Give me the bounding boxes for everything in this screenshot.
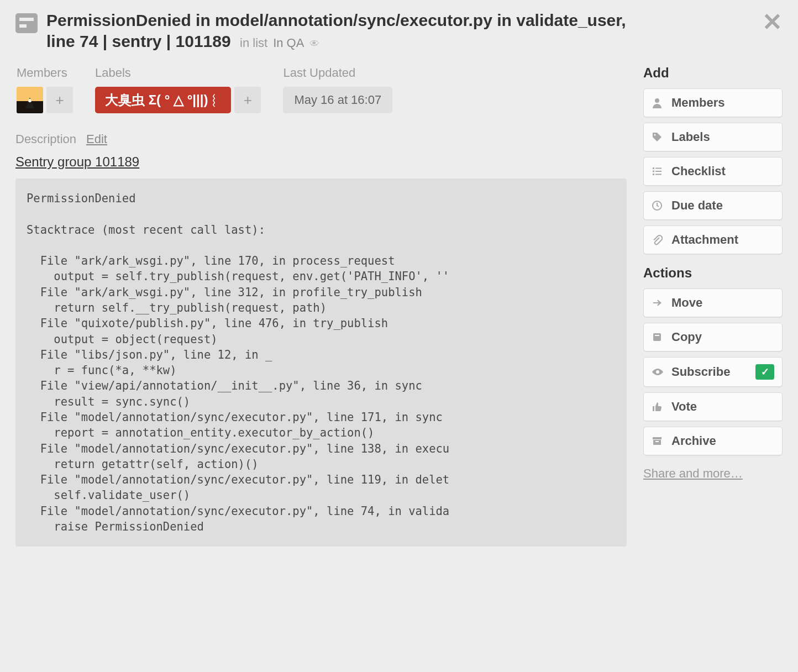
card-icon: [15, 13, 38, 33]
action-label: Subscribe: [671, 365, 730, 379]
action-label: Members: [671, 96, 725, 110]
copy-icon: [652, 332, 664, 343]
action-copy-button[interactable]: Copy: [643, 323, 783, 351]
user-icon: [652, 97, 664, 108]
svg-rect-2: [653, 167, 654, 169]
clock-icon: [652, 200, 664, 211]
add-labels-button[interactable]: Labels: [643, 123, 783, 151]
clip-icon: [652, 234, 664, 245]
add-attachment-button[interactable]: Attachment: [643, 225, 783, 254]
close-button[interactable]: ✕: [762, 10, 783, 34]
svg-rect-4: [653, 171, 654, 172]
svg-rect-14: [655, 441, 659, 442]
action-label: Attachment: [671, 233, 738, 247]
label-chip[interactable]: 大臭虫 Σ( ° △ °|||)︴: [95, 87, 231, 113]
sentry-group-link[interactable]: Sentry group 101189: [15, 154, 139, 170]
last-updated-value: May 16 at 16:07: [283, 87, 392, 113]
add-members-button[interactable]: Members: [643, 88, 783, 117]
list-link[interactable]: In QA: [273, 35, 304, 51]
members-heading: Members: [17, 66, 73, 80]
svg-point-0: [655, 98, 659, 103]
svg-rect-7: [655, 174, 662, 175]
svg-point-1: [654, 134, 656, 136]
action-label: Move: [671, 296, 702, 310]
card-title[interactable]: PermissionDenied in model/annotation/syn…: [46, 11, 626, 50]
description-heading: Description: [15, 132, 76, 146]
action-subscribe-button[interactable]: Subscribe✓: [643, 357, 783, 387]
tag-icon: [652, 132, 664, 143]
action-label: Vote: [671, 400, 697, 414]
action-label: Copy: [671, 330, 702, 344]
action-vote-button[interactable]: Vote: [643, 392, 783, 421]
thumb-icon: [652, 401, 664, 412]
svg-rect-9: [653, 333, 661, 341]
archive-icon: [652, 435, 664, 447]
labels-heading: Labels: [95, 66, 261, 80]
action-archive-button[interactable]: Archive: [643, 427, 783, 455]
action-label: Due date: [671, 198, 723, 213]
add-due-date-button[interactable]: Due date: [643, 191, 783, 220]
svg-rect-10: [655, 335, 659, 336]
svg-rect-5: [655, 171, 662, 172]
share-more-link[interactable]: Share and more…: [643, 466, 743, 481]
action-label: Checklist: [671, 164, 726, 179]
watching-eye-icon: [309, 35, 319, 51]
add-heading: Add: [643, 65, 783, 81]
action-move-button[interactable]: Move: [643, 288, 783, 317]
member-avatar[interactable]: [17, 87, 43, 113]
add-label-button[interactable]: +: [234, 87, 261, 113]
svg-rect-12: [653, 437, 662, 439]
svg-rect-6: [653, 174, 654, 175]
eye-icon: [652, 366, 664, 377]
actions-heading: Actions: [643, 265, 783, 281]
svg-point-11: [656, 370, 659, 374]
subscribed-check-icon: ✓: [755, 364, 774, 380]
add-checklist-button[interactable]: Checklist: [643, 157, 783, 186]
add-member-button[interactable]: +: [46, 87, 73, 113]
svg-rect-3: [655, 168, 662, 169]
checklist-icon: [652, 166, 664, 177]
stacktrace-block: PermissionDenied Stacktrace (most recent…: [15, 179, 627, 547]
action-label: Labels: [671, 130, 710, 144]
edit-description-link[interactable]: Edit: [86, 132, 107, 146]
in-list-prefix: in list: [240, 35, 267, 51]
arrow-icon: [652, 297, 664, 308]
action-label: Archive: [671, 434, 716, 448]
last-updated-heading: Last Updated: [283, 66, 392, 80]
svg-rect-13: [653, 440, 661, 445]
